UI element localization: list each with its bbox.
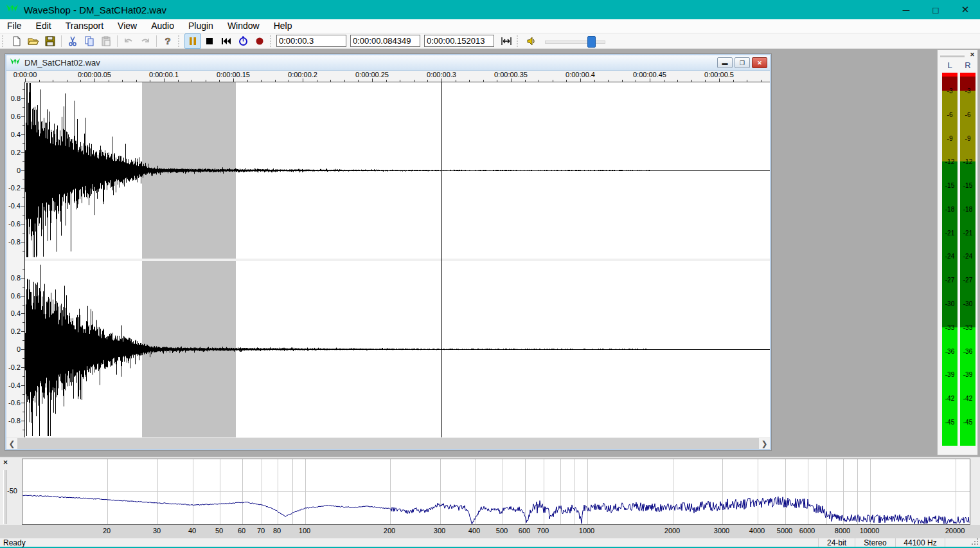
stop-button[interactable] <box>201 33 218 49</box>
meter-db-label: -39 <box>942 371 958 378</box>
minimize-button[interactable]: ─ <box>891 0 921 19</box>
toolbar-grip[interactable] <box>517 35 521 47</box>
meter-segment <box>942 327 958 446</box>
meter-db-label: -30 <box>960 300 976 307</box>
time-ruler[interactable]: 0:00:000:00:00.050:00:00.10:00:00.150:00… <box>6 71 770 82</box>
document-restore-button[interactable]: ❐ <box>735 57 750 68</box>
scroll-left-button[interactable]: ❮ <box>6 438 17 449</box>
frequency-label: 1000 <box>579 527 594 534</box>
stop-icon <box>205 37 214 46</box>
waveform-channel-left[interactable] <box>25 82 770 259</box>
open-button[interactable] <box>25 33 42 49</box>
meter-db-label: -15 <box>942 182 958 189</box>
frequency-label: 200 <box>384 527 395 534</box>
amplitude-label: 0 <box>17 345 21 353</box>
document-close-button[interactable]: ✕ <box>752 57 767 68</box>
document-window: DM_SatCHat02.wav ▬ ❐ ✕ 0:00:000:00:00.05… <box>5 54 771 450</box>
document-title-bar[interactable]: DM_SatCHat02.wav ▬ ❐ ✕ <box>6 55 770 71</box>
time-ruler-label: 0:00:00 <box>13 71 37 78</box>
title-bar: WaveShop - DM_SatCHat02.wav ─ □ ✕ <box>0 0 980 19</box>
paste-icon <box>101 36 111 46</box>
undo-button[interactable] <box>120 33 137 49</box>
toolbar-grip[interactable] <box>2 35 6 47</box>
document-minimize-button[interactable]: ▬ <box>717 57 733 68</box>
cut-button[interactable] <box>64 33 81 49</box>
meter-bar-r: -3-6-9-12-15-18-21-24-27-30-33-36-39-42-… <box>960 73 976 446</box>
amplitude-label: -0.2 <box>8 363 21 371</box>
meter-db-label: -45 <box>942 418 958 425</box>
amplitude-label: 0.6 <box>11 292 21 300</box>
toolbar: ? <box>0 33 980 49</box>
scroll-right-button[interactable]: ❯ <box>759 438 770 449</box>
volume-button[interactable] <box>523 33 540 49</box>
new-file-icon <box>12 36 22 46</box>
meter-db-label: -30 <box>942 300 958 307</box>
status-cells: 24-bitStereo44100 Hz <box>818 538 970 547</box>
pause-icon <box>188 37 197 46</box>
meter-db-label: -12 <box>942 158 958 165</box>
meter-db-label: -33 <box>960 324 976 331</box>
fit-width-icon <box>501 36 512 46</box>
rewind-icon <box>221 37 231 46</box>
frequency-label: 80 <box>273 527 281 534</box>
amplitude-label: 0.4 <box>11 309 21 317</box>
frequency-label: 700 <box>537 527 549 534</box>
selection-start-field[interactable] <box>350 35 420 47</box>
menu-item-edit[interactable]: Edit <box>29 19 58 33</box>
spectrum-panel-grip[interactable] <box>3 470 6 524</box>
menu-item-plugin[interactable]: Plugin <box>181 19 220 33</box>
document-title: DM_SatCHat02.wav <box>24 58 100 68</box>
toolbar-separator <box>117 35 118 47</box>
help-button[interactable]: ? <box>159 33 176 49</box>
maximize-button[interactable]: □ <box>921 0 950 19</box>
paste-button[interactable] <box>98 33 114 49</box>
meter-bar-l: -3-6-9-12-15-18-21-24-27-30-33-36-39-42-… <box>942 73 958 446</box>
new-button[interactable] <box>8 33 25 49</box>
spectrum-panel: ✕ -50 2030405060708010020030040050060070… <box>0 457 980 538</box>
open-folder-icon <box>28 36 39 46</box>
volume-slider[interactable] <box>545 35 604 47</box>
menu-bar: FileEditTransportViewAudioPluginWindowHe… <box>0 19 980 33</box>
waveform-channel-right[interactable] <box>25 261 770 437</box>
menu-item-view[interactable]: View <box>111 19 144 33</box>
copy-icon <box>84 36 94 46</box>
status-bar: Ready 24-bitStereo44100 Hz <box>0 538 980 548</box>
resize-grip[interactable] <box>970 538 980 547</box>
clock-button[interactable] <box>235 33 251 49</box>
frequency-label: 6000 <box>799 527 815 534</box>
rewind-button[interactable] <box>218 33 235 49</box>
meter-close-icon[interactable]: ✕ <box>968 51 976 59</box>
horizontal-scrollbar[interactable]: ❮ ❯ <box>6 437 770 449</box>
amplitude-label: -0.4 <box>8 381 21 389</box>
menu-item-help[interactable]: Help <box>267 19 299 33</box>
position-field[interactable] <box>276 35 346 47</box>
toolbar-buttons: ? <box>8 33 276 49</box>
selection-end-field[interactable] <box>424 35 494 47</box>
menu-item-transport[interactable]: Transport <box>58 19 111 33</box>
menu-item-file[interactable]: File <box>0 19 29 33</box>
menu-item-audio[interactable]: Audio <box>144 19 181 33</box>
amplitude-label: 0.4 <box>11 131 21 138</box>
toolbar-grip[interactable] <box>270 35 274 47</box>
save-button[interactable] <box>42 33 58 49</box>
waveform-plot[interactable] <box>24 82 770 437</box>
meter-panel-grip[interactable] <box>940 54 965 57</box>
spectrum-plot[interactable] <box>22 459 970 525</box>
close-button[interactable]: ✕ <box>950 0 980 19</box>
frequency-label: 8000 <box>835 527 850 534</box>
pause-button[interactable] <box>184 33 201 49</box>
copy-button[interactable] <box>81 33 98 49</box>
meter-db-label: -9 <box>960 134 976 142</box>
status-cell-channel-mode: Stereo <box>855 538 895 547</box>
record-button[interactable] <box>251 33 268 49</box>
fit-width-button[interactable] <box>498 33 515 49</box>
amplitude-ruler: 0.80.60.40.20-0.2-0.4-0.6-0.80.80.60.40.… <box>6 82 24 437</box>
meter-db-label: -3 <box>960 87 976 95</box>
spectrum-close-icon[interactable]: ✕ <box>1 458 10 466</box>
menu-item-window[interactable]: Window <box>220 19 267 33</box>
meter-db-label: -42 <box>942 395 958 402</box>
toolbar-grip[interactable] <box>178 35 183 47</box>
volume-slider-thumb[interactable] <box>587 36 596 48</box>
redo-button[interactable] <box>137 33 154 49</box>
frequency-label: 600 <box>519 527 530 534</box>
